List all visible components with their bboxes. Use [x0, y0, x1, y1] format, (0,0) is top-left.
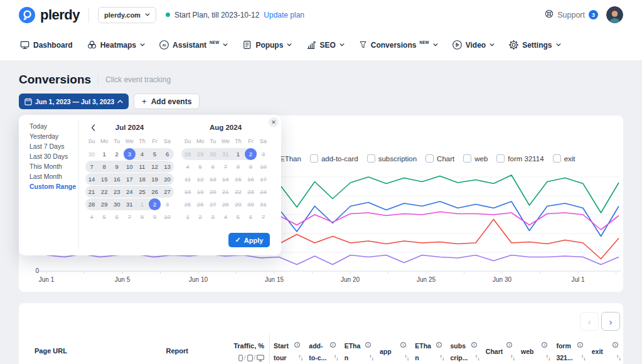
x-axis-label: Jun 20 — [341, 276, 360, 283]
nav-item-heatmaps[interactable]: Heatmaps — [87, 40, 145, 50]
calendar-day[interactable]: 27 — [161, 185, 174, 198]
column-traffic[interactable]: Traffic, % // — [232, 334, 269, 364]
info-icon[interactable]: i — [613, 342, 618, 348]
column-exit[interactable]: exiti↑↓ — [588, 334, 623, 364]
column-subscrip[interactable]: subscrip...i↑↓ — [447, 334, 482, 364]
calendar-day[interactable]: 28 — [181, 147, 194, 160]
sort-icon[interactable]: ↑↓ — [298, 353, 302, 360]
plerdy-logo[interactable]: plerdy — [19, 7, 80, 23]
domain-selector[interactable]: plerdy.com — [98, 7, 156, 23]
calendar-day[interactable]: 15 — [98, 173, 110, 185]
nav-item-video[interactable]: Video — [452, 40, 495, 50]
calendar-day[interactable]: 29 — [98, 198, 110, 210]
calendar-day[interactable]: 9 — [110, 160, 123, 173]
sort-icon[interactable]: ↑↓ — [510, 353, 515, 360]
column-web[interactable]: webi↑↓ — [517, 334, 552, 364]
calendar-day[interactable]: 3 — [123, 147, 136, 160]
calendar-day[interactable]: 11 — [136, 160, 148, 173]
calendar-day[interactable]: 6 — [161, 147, 174, 160]
divider — [78, 120, 79, 249]
calendar-day[interactable]: 14 — [85, 173, 98, 185]
preset-custom-range[interactable]: Custom Range — [29, 181, 76, 191]
calendar-day[interactable]: 7 — [85, 160, 98, 173]
calendar-day[interactable]: 4 — [136, 147, 148, 160]
preset-last-7-days[interactable]: Last 7 Days — [29, 141, 76, 151]
info-icon[interactable]: i — [577, 342, 583, 348]
calendar-day[interactable]: 17 — [123, 173, 136, 185]
sort-icon[interactable]: ↑↓ — [581, 353, 586, 360]
column-page-url[interactable]: Page URL — [35, 334, 166, 364]
sort-icon[interactable]: ↑↓ — [545, 353, 550, 360]
calendar-day[interactable]: 23 — [110, 185, 123, 198]
avatar[interactable] — [606, 6, 623, 23]
calendar-day[interactable]: 1 — [136, 198, 148, 210]
calendar-day[interactable]: 18 — [136, 173, 148, 185]
prev-month-button[interactable] — [88, 122, 98, 132]
sort-icon[interactable]: ↑↓ — [616, 353, 621, 360]
add-events-button[interactable]: + Add events — [134, 94, 200, 109]
nav-item-seo[interactable]: SEO — [306, 40, 344, 50]
calendar-day[interactable]: 31 — [123, 198, 136, 210]
calendar-day[interactable]: 24 — [123, 185, 136, 198]
calendar-day[interactable]: 30 — [206, 147, 219, 160]
nav-item-settings[interactable]: Settings — [508, 40, 560, 50]
column-label: crip... — [451, 352, 478, 364]
calendar-day[interactable]: 5 — [148, 147, 161, 160]
sort-icon[interactable]: ↑↓ — [475, 353, 479, 360]
info-icon[interactable]: i — [436, 342, 442, 348]
calendar-day[interactable]: 2 — [244, 147, 257, 160]
sort-icon[interactable]: ↑↓ — [440, 353, 444, 360]
calendar-day[interactable]: 13 — [161, 160, 174, 173]
calendar-day[interactable]: 12 — [148, 160, 161, 173]
preset-last-month[interactable]: Last Month — [29, 171, 76, 181]
calendar-day[interactable]: 2 — [110, 147, 123, 160]
sort-icon[interactable]: ↑↓ — [404, 353, 409, 360]
column-report[interactable]: Report — [166, 334, 232, 364]
info-icon[interactable]: i — [330, 342, 336, 348]
calendar-day[interactable]: 10 — [123, 160, 136, 173]
calendar-day[interactable]: 20 — [161, 173, 174, 185]
column-chart[interactable]: Charti↑↓ — [482, 334, 517, 364]
calendar-day[interactable]: 1 — [98, 147, 110, 160]
nav-item-assistant[interactable]: AIAssistantNEW — [159, 40, 228, 50]
calendar-day[interactable]: 26 — [148, 185, 161, 198]
preset-today[interactable]: Today — [29, 121, 76, 131]
calendar-day[interactable]: 30 — [110, 198, 123, 210]
date-range-button[interactable]: Jun 1, 2023 — Jul 3, 2023 — [19, 94, 129, 109]
support-menu[interactable]: Support 3 — [545, 9, 598, 21]
column-ethan[interactable]: EThani↑↓ — [411, 334, 446, 364]
calendar-day[interactable]: 28 — [85, 198, 98, 210]
prev-page-button[interactable]: ‹ — [580, 312, 599, 331]
calendar-day[interactable]: 30 — [85, 147, 98, 160]
calendar-day[interactable]: 16 — [110, 173, 123, 185]
calendar-day[interactable]: 29 — [194, 147, 206, 160]
preset-last-30-days[interactable]: Last 30 Days — [29, 151, 76, 161]
sort-icon[interactable]: ↑↓ — [334, 353, 338, 360]
calendar-day[interactable]: 21 — [85, 185, 98, 198]
column-starttour[interactable]: Starttouri↑↓ — [270, 334, 305, 364]
next-page-button[interactable]: › — [601, 312, 620, 331]
preset-this-month[interactable]: This Month — [29, 161, 76, 171]
nav-item-popups[interactable]: Popups — [242, 40, 292, 50]
column-form321[interactable]: form321...i↑↓ — [552, 334, 587, 364]
sort-icon[interactable]: ↑↓ — [369, 353, 373, 360]
nav-item-dashboard[interactable]: Dashboard — [19, 40, 73, 50]
nav-item-conversions[interactable]: ConversionsNEW — [358, 40, 438, 50]
calendar-day[interactable]: 25 — [136, 185, 148, 198]
column-ethan[interactable]: EThani↑↓ — [341, 334, 376, 364]
column-addtoc[interactable]: add-to-c...i↑↓ — [305, 334, 340, 364]
calendar-day[interactable]: 22 — [98, 185, 110, 198]
calendar-day[interactable]: 8 — [98, 160, 110, 173]
calendar-day[interactable]: 31 — [219, 147, 232, 160]
close-icon[interactable]: ✕ — [269, 117, 279, 127]
info-icon[interactable]: i — [365, 342, 371, 348]
info-icon[interactable]: i — [471, 342, 477, 348]
preset-yesterday[interactable]: Yesterday — [29, 131, 76, 141]
calendar-day[interactable]: 1 — [232, 147, 244, 160]
column-app[interactable]: appi↑↓ — [376, 334, 411, 364]
apply-button[interactable]: ✓Apply — [228, 233, 270, 247]
calendar-day[interactable]: 2 — [148, 198, 161, 210]
calendar-day[interactable]: 19 — [148, 173, 161, 185]
update-plan-link[interactable]: Update plan — [264, 11, 304, 19]
chevron-left-icon: ‹ — [588, 316, 591, 327]
